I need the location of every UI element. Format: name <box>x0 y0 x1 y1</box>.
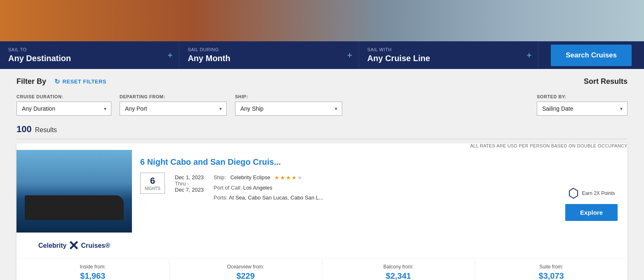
balcony-price-cell: Balcony from: $2,341 <box>322 259 475 280</box>
oceanview-label: Oceanview from: <box>176 264 315 270</box>
sail-to-plus-icon: + <box>168 50 173 60</box>
inside-label: Inside from: <box>23 264 162 270</box>
sail-during-option[interactable]: SAIL DURING Any Month + <box>179 41 359 69</box>
sorted-by-label: SORTED BY: <box>537 94 628 99</box>
search-cruises-button[interactable]: Search Cruises <box>551 45 632 66</box>
date-thru-1: Thru - <box>175 180 204 187</box>
filter-by-heading: Filter By <box>16 77 46 86</box>
sail-to-option[interactable]: SAIL TO Any Destination + <box>0 41 179 69</box>
reset-filters-button[interactable]: ↻ RESET FILTERS <box>54 78 106 85</box>
ship-label: SHIP: <box>235 94 342 99</box>
explore-button-1[interactable]: Explore <box>565 204 618 221</box>
sail-with-value: Any Cruise Line <box>367 54 530 63</box>
svg-marker-0 <box>569 188 578 198</box>
earn-badge-1: Earn 2X Points <box>568 187 615 199</box>
cruise-duration-select[interactable]: Any Duration 2-5 Nights 6-9 Nights 10-14… <box>16 102 111 116</box>
reset-icon: ↻ <box>54 78 60 85</box>
date-to-1: Dec 7, 2023 <box>175 187 204 193</box>
filters-row: CRUISE DURATION: Any Duration 2-5 Nights… <box>16 94 628 116</box>
balcony-price: $2,341 <box>329 271 468 280</box>
ports-label-1: Ports: <box>214 195 228 201</box>
departing-from-select[interactable]: Any Port Miami Fort Lauderdale Los Angel… <box>120 102 227 116</box>
date-range-1: Dec 1, 2023 Thru - Dec 7, 2023 <box>175 173 204 193</box>
hex-icon-1 <box>568 187 579 199</box>
search-bar: SAIL TO Any Destination + SAIL DURING An… <box>0 41 644 69</box>
nights-box-1: 6 NIGHTS <box>140 173 165 194</box>
departing-from-select-wrapper: Any Port Miami Fort Lauderdale Los Angel… <box>120 102 227 116</box>
departing-from-group: DEPARTING FROM: Any Port Miami Fort Laud… <box>120 94 227 116</box>
date-from-1: Dec 1, 2023 <box>175 174 204 180</box>
cruise-card-main-1: Celebrity ✕ Cruises® 6 Night Cabo and Sa… <box>16 150 628 259</box>
departing-from-label: DEPARTING FROM: <box>120 94 227 99</box>
sail-during-value: Any Month <box>188 54 350 63</box>
ship-line-1: Ship: Celebrity Eclipse ★ ★ ★ ★ ★ <box>214 173 323 183</box>
oceanview-price-cell: Oceanview from: $229 <box>169 259 322 280</box>
cruise-duration-group: CRUISE DURATION: Any Duration 2-5 Nights… <box>16 94 111 116</box>
suite-label: Suite from: <box>482 264 621 270</box>
ship-port-info-1: Ship: Celebrity Eclipse ★ ★ ★ ★ ★ <box>214 173 323 202</box>
inside-price: $1,963 <box>23 271 162 280</box>
sail-with-plus-icon: + <box>527 50 532 60</box>
port-of-call-label-1: Port of Call: <box>214 185 242 191</box>
search-button-wrapper: Search Cruises <box>538 41 644 69</box>
nights-number-1: 6 <box>145 176 160 186</box>
ship-group: SHIP: Any Ship Celebrity Eclipse Freedom… <box>235 94 342 116</box>
sail-to-label: SAIL TO <box>8 47 171 52</box>
sort-results-heading: Sort Results <box>584 77 628 86</box>
suite-price: $3,073 <box>482 271 621 280</box>
sorted-by-select[interactable]: Sailing Date Price: Low to High Price: H… <box>537 102 628 116</box>
cruise-info-1: 6 Night Cabo and San Diego Cruis... 6 NI… <box>132 150 555 259</box>
sorted-by-select-wrapper: Sailing Date Price: Low to High Price: H… <box>537 102 628 116</box>
ship-select[interactable]: Any Ship Celebrity Eclipse Freedom of th… <box>235 102 342 116</box>
celebrity-x-icon: ✕ <box>68 238 79 254</box>
sail-to-value: Any Destination <box>8 54 171 63</box>
hero-image <box>0 0 644 41</box>
sail-with-option[interactable]: SAIL WITH Any Cruise Line + <box>359 41 538 69</box>
inside-price-cell: Inside from: $1,963 <box>16 259 169 280</box>
cruise-details-1: 6 NIGHTS Dec 1, 2023 Thru - Dec 7, 2023 … <box>140 173 547 202</box>
ports-value-1: At Sea, Cabo San Lucas, Cabo San L... <box>229 195 323 201</box>
port-of-call-value-1: Los Angeles <box>243 185 273 191</box>
cruise-title-1[interactable]: 6 Night Cabo and San Diego Cruis... <box>140 157 547 167</box>
stars-1: ★ ★ ★ ★ ★ <box>274 173 303 183</box>
filter-header-row: Filter By ↻ RESET FILTERS Sort Results <box>16 77 628 86</box>
nights-label-1: NIGHTS <box>145 186 160 191</box>
sail-with-label: SAIL WITH <box>367 47 530 52</box>
earn-label-1: Earn 2X Points <box>582 190 615 196</box>
ship-value-1: Celebrity Eclipse <box>230 174 270 180</box>
results-label: Results <box>35 126 57 134</box>
main-content: Filter By ↻ RESET FILTERS Sort Results C… <box>0 69 644 280</box>
cruise-ship-image-1 <box>16 150 132 233</box>
sail-during-plus-icon: + <box>347 50 352 60</box>
cruise-duration-select-wrapper: Any Duration 2-5 Nights 6-9 Nights 10-14… <box>16 102 111 116</box>
results-number: 100 <box>16 124 32 135</box>
oceanview-price: $229 <box>176 271 315 280</box>
filter-left-group: Filter By ↻ RESET FILTERS <box>16 77 106 86</box>
suite-price-cell: Suite from: $3,073 <box>475 259 628 280</box>
cruise-image-section-1: Celebrity ✕ Cruises® <box>16 150 132 259</box>
ship-label-1: Ship: <box>214 174 226 180</box>
rate-note-1: ALL RATES ARE USD PER PERSON BASED ON DO… <box>16 143 628 148</box>
reset-filters-label: RESET FILTERS <box>63 78 107 85</box>
ship-name-1 <box>227 174 229 180</box>
ports-line-1: Ports: At Sea, Cabo San Lucas, Cabo San … <box>214 193 323 202</box>
sail-during-label: SAIL DURING <box>188 47 350 52</box>
cruise-line-logo-1: Celebrity ✕ Cruises® <box>16 233 132 259</box>
pricing-row-1: Inside from: $1,963 Oceanview from: $229… <box>16 259 628 280</box>
cruise-card: ALL RATES ARE USD PER PERSON BASED ON DO… <box>16 143 628 280</box>
celebrity-logo: Celebrity ✕ Cruises® <box>38 238 110 254</box>
sort-group: SORTED BY: Sailing Date Price: Low to Hi… <box>537 94 628 116</box>
ship-select-wrapper: Any Ship Celebrity Eclipse Freedom of th… <box>235 102 342 116</box>
celebrity-text-2: Cruises® <box>81 242 110 249</box>
results-count-row: 100 Results <box>16 124 628 139</box>
celebrity-text-1: Celebrity <box>38 242 66 249</box>
balcony-label: Balcony from: <box>329 264 468 270</box>
port-of-call-line-1: Port of Call: Los Angeles <box>214 183 323 192</box>
cruise-duration-label: CRUISE DURATION: <box>16 94 111 99</box>
cruise-action-1: Earn 2X Points Explore <box>555 150 628 259</box>
